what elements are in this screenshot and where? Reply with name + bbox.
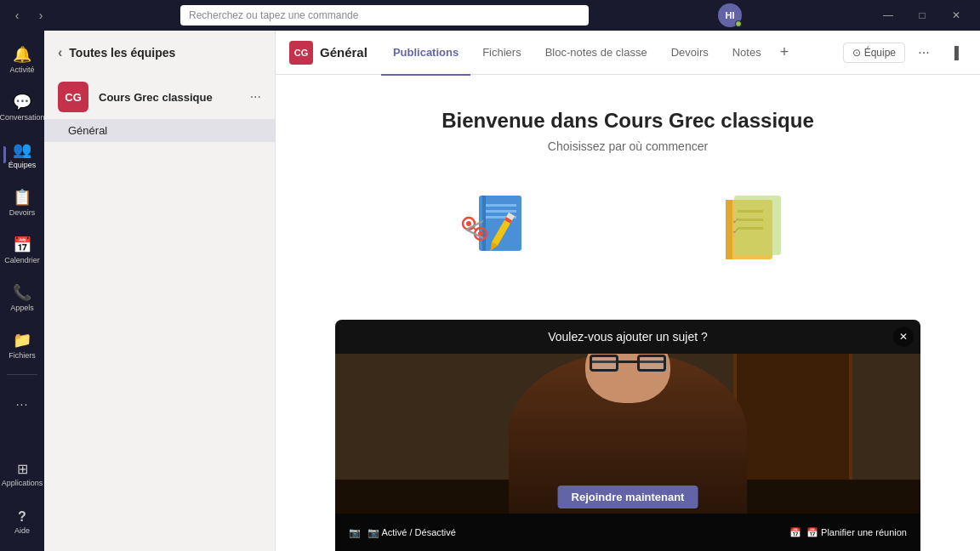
add-tab-button[interactable]: + <box>773 31 796 75</box>
svg-rect-3 <box>486 210 516 213</box>
sidebar-item-appels[interactable]: 📞 Appels <box>3 276 41 320</box>
sidebar-item-more[interactable]: ··· <box>3 382 41 426</box>
camera-icon: 📷 <box>349 527 361 538</box>
tab-devoirs[interactable]: Devoirs <box>659 31 721 76</box>
sidebar-label-aide: Aide <box>14 527 30 536</box>
header-right: ⊙ Équipe ··· ▐ <box>843 41 966 65</box>
sidebar-label-fichiers: Fichiers <box>9 352 36 361</box>
tabs-area: Publications Fichiers Bloc-notes de clas… <box>381 31 795 75</box>
channel-team-icon: CG <box>289 41 313 65</box>
tab-bloc-notes[interactable]: Bloc-notes de classe <box>533 31 659 76</box>
svg-rect-23 <box>734 196 781 255</box>
join-now-button[interactable]: Rejoindre maintenant <box>558 486 698 508</box>
titlebar: ‹ › Recherchez ou tapez une commande HI … <box>0 0 980 31</box>
channel-general[interactable]: Général <box>44 119 275 142</box>
sidebar-item-fichiers[interactable]: 📁 Fichiers <box>3 323 41 367</box>
sidebar-label-equipes: Équipes <box>9 162 37 170</box>
welcome-subtitle: Choisissez par où commencer <box>548 139 708 153</box>
back-arrow-icon: ‹ <box>58 45 62 60</box>
content-area: Bienvenue dans Cours Grec classique Choi… <box>276 75 980 551</box>
left-panel: ‹ Toutes les équipes CG Cours Grec class… <box>44 31 276 551</box>
equipe-button[interactable]: ⊙ Équipe <box>843 43 905 63</box>
sidebar-item-applications[interactable]: ⊞ Applications <box>3 452 41 497</box>
video-footer: 📷 📷 Activé / Désactivé 📅 📅 Planifier une… <box>335 514 920 551</box>
illustration-right: ✓ ✓ <box>704 187 806 272</box>
video-overlay: ✕ Voulez-vous ajouter un sujet ? <box>335 320 920 551</box>
header-more-button[interactable]: ··· <box>912 41 936 65</box>
illustrations: ✓ ✓ <box>373 187 883 272</box>
main-layout: 🔔 Activité 💬 Conversation 👥 Équipes 📋 De… <box>0 31 980 551</box>
sidebar-item-activite[interactable]: 🔔 Activité <box>3 37 41 82</box>
svg-rect-1 <box>482 196 486 251</box>
activity-icon: 🔔 <box>13 45 31 64</box>
checklist-svg: ✓ ✓ <box>709 191 802 268</box>
sidebar-label-devoirs: Devoirs <box>9 209 36 218</box>
tab-notes[interactable]: Notes <box>721 31 773 76</box>
channel-name: Général <box>320 45 368 60</box>
search-bar[interactable]: Recherchez ou tapez une commande <box>180 5 589 26</box>
sidebar-item-equipes[interactable]: 👥 Équipes <box>3 133 41 177</box>
back-to-teams[interactable]: ‹ Toutes les équipes <box>44 31 275 75</box>
sidebar-divider <box>7 374 37 375</box>
video-close-button[interactable]: ✕ <box>893 327 914 347</box>
calendar-icon: 📅 <box>13 236 31 254</box>
back-label: Toutes les équipes <box>69 46 175 60</box>
glasses-right <box>637 355 666 372</box>
nav-buttons: ‹ › <box>7 5 51 26</box>
maximize-button[interactable]: □ <box>905 0 939 31</box>
team-name: Cours Grec classique <box>99 91 240 104</box>
assignments-icon: 📋 <box>13 188 31 207</box>
main-content: CG Général Publications Fichiers Bloc-no… <box>276 31 980 551</box>
panel-toggle-button[interactable]: ▐ <box>943 41 966 65</box>
sidebar-item-conversation[interactable]: 💬 Conversation <box>3 85 41 129</box>
school-supplies-svg <box>453 191 547 268</box>
tab-publications[interactable]: Publications <box>381 31 470 76</box>
search-placeholder: Recherchez ou tapez une commande <box>189 9 358 21</box>
sidebar-item-calendrier[interactable]: 📅 Calendrier <box>3 228 41 272</box>
help-icon: ? <box>18 509 26 525</box>
illustration-left <box>449 187 551 272</box>
calls-icon: 📞 <box>13 283 31 302</box>
forward-button[interactable]: › <box>31 5 51 26</box>
tab-fichiers[interactable]: Fichiers <box>470 31 533 76</box>
chat-icon: 💬 <box>13 93 31 111</box>
minimize-button[interactable]: — <box>871 0 905 31</box>
team-avatar: CG <box>58 82 88 112</box>
svg-rect-17 <box>726 200 732 259</box>
video-controls-right: 📅 📅 Planifier une réunion <box>789 527 907 538</box>
sidebar-label-activite: Activité <box>9 66 34 75</box>
schedule-icon: 📅 <box>789 527 801 538</box>
video-controls-left: 📷 📷 Activé / Désactivé <box>349 527 456 538</box>
team-item: CG Cours Grec classique ··· <box>44 75 275 119</box>
sidebar-label-conversation: Conversation <box>0 114 45 122</box>
avatar[interactable]: HI <box>718 3 742 27</box>
schedule-meeting[interactable]: 📅 Planifier une réunion <box>806 527 907 538</box>
sidebar-label-applications: Applications <box>2 480 43 488</box>
sidebar-label-calendrier: Calendrier <box>4 257 40 265</box>
sidebar: 🔔 Activité 💬 Conversation 👥 Équipes 📋 De… <box>0 31 44 551</box>
presence-dot <box>735 20 742 27</box>
sidebar-item-aide[interactable]: ? Aide <box>3 500 41 544</box>
sidebar-label-appels: Appels <box>10 304 34 313</box>
welcome-title: Bienvenue dans Cours Grec classique <box>442 109 814 133</box>
svg-rect-2 <box>486 204 516 207</box>
apps-icon: ⊞ <box>17 461 28 477</box>
more-icon: ··· <box>16 397 29 411</box>
glasses-left <box>590 355 618 372</box>
close-button[interactable]: ✕ <box>939 0 973 31</box>
video-question: Voulez-vous ajouter un sujet ? <box>335 320 920 354</box>
svg-point-6 <box>466 221 471 226</box>
window-controls: — □ ✕ <box>871 0 973 31</box>
camera-status[interactable]: 📷 Activé / Désactivé <box>368 527 456 538</box>
team-more-button[interactable]: ··· <box>250 89 261 105</box>
teams-icon: 👥 <box>13 140 31 159</box>
back-button[interactable]: ‹ <box>7 5 27 26</box>
sidebar-item-devoirs[interactable]: 📋 Devoirs <box>3 180 41 224</box>
channel-header: CG Général Publications Fichiers Bloc-no… <box>276 31 980 75</box>
files-icon: 📁 <box>13 331 31 349</box>
